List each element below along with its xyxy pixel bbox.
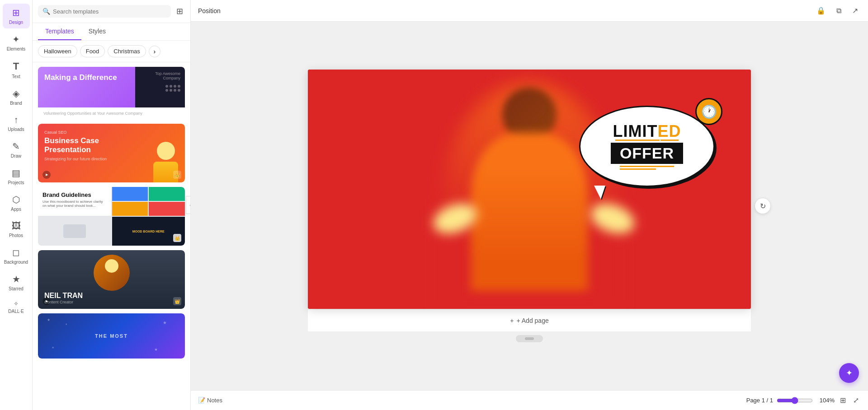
panel-collapse-handle[interactable]: ‹ [186, 196, 191, 214]
photos-icon: 🖼 [12, 221, 21, 231]
chip-next-button[interactable]: › [149, 46, 160, 57]
status-bar: 📝 Notes Page 1 / 1 104% ⊞ ⤢ [191, 390, 868, 410]
sidebar-apps-label: Apps [11, 207, 21, 212]
apps-icon: ⬡ [12, 194, 20, 205]
sidebar-item-brand[interactable]: ◈ Brand [3, 84, 30, 109]
filter-button[interactable]: ⊞ [175, 5, 185, 18]
sidebar-item-background[interactable]: ◻ Background [3, 243, 30, 268]
sidebar-item-elements[interactable]: ✦ Elements [3, 30, 30, 55]
limited-text: LIMITED [613, 123, 681, 140]
share-button[interactable]: ↗ [849, 5, 861, 17]
page-indicator: Page 1 / 1 [746, 397, 773, 404]
sidebar-item-apps[interactable]: ⬡ Apps [3, 191, 30, 215]
text-icon: T [13, 61, 19, 72]
template-list: Making a Difference Top Awesome Company [33, 62, 190, 410]
draw-icon: ✎ [12, 141, 20, 152]
sidebar-uploads-label: Uploads [8, 127, 24, 132]
clock-icon: 🕐 [695, 98, 722, 125]
template-card-the-most[interactable]: The Most ★ ★ ★ ★ ★ [38, 313, 185, 359]
tab-styles[interactable]: Styles [81, 23, 113, 40]
brand-icon: ◈ [13, 88, 19, 99]
design-icon: ⊞ [12, 7, 20, 18]
sidebar-projects-label: Projects [8, 180, 24, 185]
sidebar-starred-label: Starred [9, 286, 24, 291]
canvas-container: ↻ [308, 70, 751, 342]
template-card-brand-guidelines[interactable]: Brand Guidelines Use this moodboard to a… [38, 187, 185, 246]
right-fab-button[interactable]: ✦ [839, 363, 859, 383]
notes-button[interactable]: 📝 Notes [198, 397, 222, 404]
scroll-indicator [516, 335, 543, 342]
sidebar-item-starred[interactable]: ★ Starred [3, 270, 30, 295]
sidebar-photos-label: Photos [9, 233, 23, 238]
sidebar-dalle-label: DALL·E [8, 309, 24, 314]
lock-button[interactable]: 🔒 [814, 5, 828, 17]
zoom-slider[interactable] [777, 397, 813, 404]
canvas-image: 🕐 LIMITED [308, 70, 751, 309]
sidebar-background-label: Background [4, 260, 28, 265]
sidebar-item-photos[interactable]: 🖼 Photos [3, 217, 30, 242]
grid-view-button[interactable]: ⊞ [838, 394, 848, 406]
uploads-icon: ↑ [14, 115, 19, 125]
sidebar-item-draw[interactable]: ✎ Draw [3, 137, 30, 162]
add-page-icon: + [510, 317, 514, 324]
person-body [471, 133, 588, 291]
background-icon: ◻ [12, 247, 20, 258]
top-toolbar: Position 🔒 ⧉ ↗ [191, 0, 868, 22]
sidebar-item-design[interactable]: ⊞ Design [3, 4, 30, 28]
template-card-making-difference[interactable]: Making a Difference Top Awesome Company [38, 67, 185, 119]
canvas-frame[interactable]: 🕐 LIMITED [308, 70, 751, 309]
copy-button[interactable]: ⧉ [834, 5, 844, 17]
template-card-neil-tran[interactable]: NEIL TRAN Content Creator ▶ 👑 [38, 250, 185, 309]
panel-tabs: Templates Styles [33, 23, 190, 41]
sidebar-item-dalle[interactable]: ✧ DALL·E [3, 297, 30, 317]
sidebar-elements-label: Elements [7, 47, 26, 51]
category-chips: Halloween Food Christmas › [33, 41, 190, 62]
main-area: Position 🔒 ⧉ ↗ ↻ [191, 0, 868, 410]
search-input[interactable] [53, 8, 166, 15]
search-icon: 🔍 [42, 8, 50, 15]
speech-bubble-wrapper: 🕐 LIMITED [579, 106, 715, 187]
status-right: Page 1 / 1 104% ⊞ ⤢ [746, 394, 861, 406]
dalle-icon: ✧ [14, 300, 19, 307]
offer-text: OFFER [611, 143, 683, 164]
chip-christmas[interactable]: Christmas [108, 45, 146, 57]
sidebar-item-uploads[interactable]: ↑ Uploads [3, 111, 30, 135]
chip-food[interactable]: Food [80, 45, 105, 57]
sidebar-draw-label: Draw [11, 154, 21, 158]
notes-icon: 📝 [198, 397, 205, 404]
starred-icon: ★ [12, 274, 20, 284]
tab-templates[interactable]: Templates [38, 23, 81, 40]
toolbar-title: Position [198, 7, 221, 14]
icon-sidebar: ⊞ Design ✦ Elements T Text ◈ Brand ↑ Upl… [0, 0, 33, 410]
projects-icon: ▤ [12, 168, 20, 178]
template-4-name: NEIL TRAN [44, 292, 179, 300]
elements-icon: ✦ [12, 34, 20, 45]
speech-bubble: 🕐 LIMITED [579, 106, 715, 187]
zoom-percent: 104% [816, 397, 835, 404]
fullscreen-button[interactable]: ⤢ [851, 394, 861, 406]
status-left: 📝 Notes [198, 397, 222, 404]
add-page-button[interactable]: + + Add page [308, 309, 751, 331]
sidebar-text-label: Text [12, 74, 20, 79]
sidebar-design-label: Design [9, 20, 23, 25]
scroll-thumb [525, 337, 534, 340]
sidebar-brand-label: Brand [10, 101, 22, 106]
template-card-business-case[interactable]: Casual SEO Business Case Presentation St… [38, 124, 185, 182]
canvas-wrapper: ↻ [191, 22, 868, 390]
notes-label: Notes [207, 397, 222, 404]
search-input-wrapper: 🔍 [38, 5, 171, 18]
chip-halloween[interactable]: Halloween [38, 45, 77, 57]
template-4-role: Content Creator [44, 300, 179, 304]
sidebar-item-text[interactable]: T Text [3, 57, 30, 83]
search-bar: 🔍 ⊞ [33, 0, 190, 23]
sidebar-item-projects[interactable]: ▤ Projects [3, 164, 30, 189]
add-page-label: + Add page [516, 317, 548, 324]
templates-panel: 🔍 ⊞ Templates Styles Halloween Food Chri… [33, 0, 191, 410]
canvas-refresh-button[interactable]: ↻ [755, 198, 771, 214]
